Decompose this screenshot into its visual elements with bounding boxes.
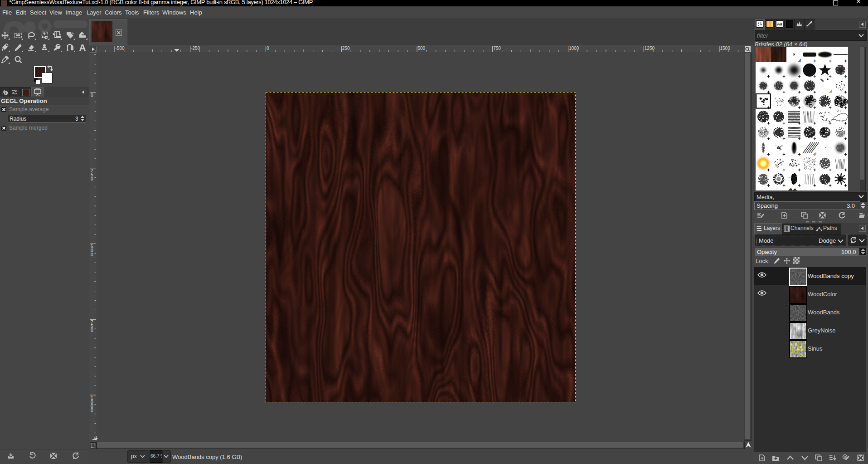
svg-text:0: 0 <box>91 93 93 98</box>
svg-text:500: 500 <box>418 46 426 51</box>
svg-text:1500: 1500 <box>720 46 731 51</box>
svg-text:1250: 1250 <box>645 46 655 51</box>
svg-text:0: 0 <box>91 408 93 413</box>
svg-text:-250: -250 <box>191 46 200 51</box>
svg-text:0: 0 <box>267 46 269 51</box>
svg-text:0: 0 <box>91 252 93 257</box>
svg-text:750: 750 <box>493 46 501 51</box>
svg-text:0: 0 <box>91 176 93 181</box>
svg-text:-500: -500 <box>116 46 125 51</box>
svg-text:1000: 1000 <box>569 46 579 51</box>
svg-text:0: 0 <box>91 328 93 333</box>
svg-text:i: i <box>5 91 6 95</box>
svg-text:250: 250 <box>342 46 350 51</box>
